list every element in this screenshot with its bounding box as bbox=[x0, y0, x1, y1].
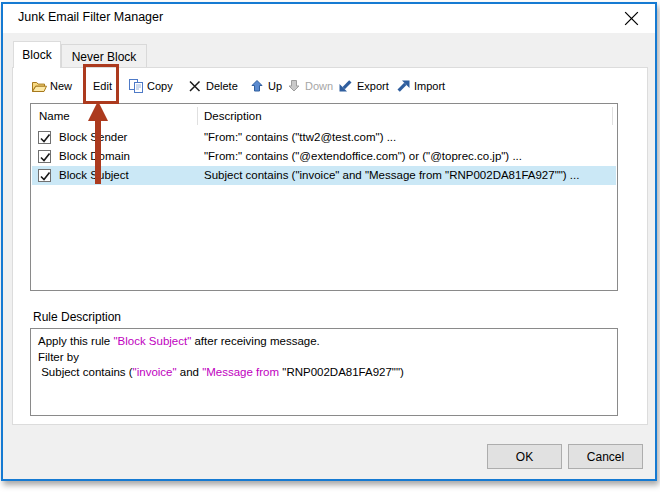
import-arrow-icon bbox=[395, 78, 411, 94]
new-folder-icon bbox=[31, 78, 47, 94]
rule-description-label: Rule Description bbox=[33, 310, 121, 324]
cancel-button[interactable]: Cancel bbox=[568, 444, 643, 469]
filter-list: Name Description Block Sender"From:" con… bbox=[30, 103, 618, 291]
close-button[interactable] bbox=[614, 7, 648, 29]
toolbar: NewEditCopyDeleteUpDownExportImport bbox=[0, 73, 660, 99]
rule-description-box: Apply this rule "Block Subject" after re… bbox=[30, 328, 618, 416]
toolbar-button-export[interactable]: Export bbox=[338, 73, 389, 99]
annotation-highlight-box bbox=[83, 64, 119, 104]
copy-icon bbox=[128, 78, 144, 94]
close-icon bbox=[624, 11, 639, 26]
list-header: Name Description bbox=[31, 104, 617, 128]
row-checkbox[interactable] bbox=[38, 131, 51, 144]
row-description: "From:" contains ("@extendoffice.com") o… bbox=[204, 150, 522, 162]
arrow-down-icon bbox=[286, 78, 302, 94]
toolbar-button-label: Export bbox=[357, 80, 389, 92]
list-row-block-sender[interactable]: Block Sender"From:" contains ("ttw2@test… bbox=[32, 128, 616, 147]
export-arrow-icon bbox=[338, 78, 354, 94]
row-checkbox[interactable] bbox=[38, 150, 51, 163]
column-header-name[interactable]: Name bbox=[39, 110, 70, 122]
tab-block[interactable]: Block bbox=[13, 41, 61, 68]
column-header-description[interactable]: Description bbox=[204, 110, 262, 122]
rule-description-line: Apply this rule "Block Subject" after re… bbox=[38, 334, 610, 350]
row-description: Subject contains ("invoice" and "Message… bbox=[204, 169, 579, 181]
column-divider[interactable] bbox=[612, 107, 613, 125]
annotation-arrow bbox=[87, 101, 109, 184]
toolbar-button-delete[interactable]: Delete bbox=[187, 73, 238, 99]
toolbar-button-label: Up bbox=[268, 80, 282, 92]
toolbar-button-label: Copy bbox=[147, 80, 173, 92]
rule-description-line: Filter by bbox=[38, 350, 610, 366]
list-row-block-subject[interactable]: Block SubjectSubject contains ("invoice"… bbox=[32, 166, 616, 185]
delete-x-icon bbox=[187, 78, 203, 94]
row-checkbox[interactable] bbox=[38, 169, 51, 182]
window-title: Junk Email Filter Manager bbox=[18, 10, 163, 24]
toolbar-button-copy[interactable]: Copy bbox=[128, 73, 173, 99]
list-row-block-domain[interactable]: Block Domain"From:" contains ("@extendof… bbox=[32, 147, 616, 166]
rule-description-line: Subject contains ("invoice" and "Message… bbox=[38, 365, 610, 381]
toolbar-button-edit[interactable]: Edit bbox=[93, 73, 112, 99]
toolbar-button-down[interactable]: Down bbox=[286, 73, 333, 99]
toolbar-button-label: Delete bbox=[206, 80, 238, 92]
arrow-up-icon bbox=[249, 78, 265, 94]
row-description: "From:" contains ("ttw2@test.com") ... bbox=[204, 131, 396, 143]
toolbar-button-label: Down bbox=[305, 80, 333, 92]
toolbar-button-up[interactable]: Up bbox=[249, 73, 282, 99]
toolbar-button-label: New bbox=[50, 80, 72, 92]
ok-button[interactable]: OK bbox=[487, 444, 562, 469]
toolbar-button-label: Import bbox=[414, 80, 445, 92]
toolbar-button-new[interactable]: New bbox=[31, 73, 72, 99]
column-divider[interactable] bbox=[197, 107, 198, 125]
toolbar-button-import[interactable]: Import bbox=[395, 73, 445, 99]
